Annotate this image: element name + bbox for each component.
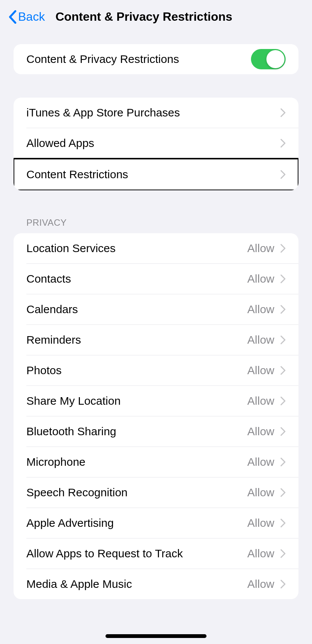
privacy-label: Media & Apple Music (26, 578, 132, 590)
back-label: Back (18, 10, 45, 24)
privacy-label: Microphone (26, 456, 86, 468)
row-right: Allow (247, 517, 286, 529)
privacy-contacts[interactable]: Contacts Allow (14, 264, 298, 294)
back-button[interactable]: Back (8, 10, 45, 24)
page-title: Content & Privacy Restrictions (55, 10, 232, 24)
privacy-media-apple-music[interactable]: Media & Apple Music Allow (14, 569, 298, 599)
privacy-label: Allow Apps to Request to Track (26, 547, 183, 560)
privacy-value: Allow (247, 425, 274, 438)
home-indicator[interactable] (106, 634, 206, 638)
privacy-value: Allow (247, 242, 274, 255)
chevron-right-icon (280, 366, 286, 375)
privacy-label: Share My Location (26, 395, 121, 407)
content-privacy-toggle-row: Content & Privacy Restrictions (14, 44, 298, 74)
row-right: Allow (247, 272, 286, 285)
chevron-right-icon (280, 274, 286, 283)
content-privacy-toggle[interactable] (251, 49, 286, 69)
privacy-label: Calendars (26, 303, 78, 316)
privacy-value: Allow (247, 456, 274, 468)
toggle-section: Content & Privacy Restrictions (14, 44, 298, 74)
chevron-right-icon (280, 519, 286, 528)
chevron-right-icon (280, 139, 286, 148)
privacy-photos[interactable]: Photos Allow (14, 355, 298, 385)
chevron-right-icon (280, 170, 286, 179)
privacy-allow-apps-request-track[interactable]: Allow Apps to Request to Track Allow (14, 538, 298, 569)
toggle-label: Content & Privacy Restrictions (26, 53, 179, 66)
row-right: Allow (247, 242, 286, 255)
nav-label: iTunes & App Store Purchases (26, 106, 180, 119)
privacy-share-my-location[interactable]: Share My Location Allow (14, 386, 298, 416)
nav-label: Content Restrictions (26, 168, 128, 181)
row-right (280, 170, 286, 179)
privacy-label: Reminders (26, 333, 81, 346)
privacy-value: Allow (247, 517, 274, 529)
privacy-reminders[interactable]: Reminders Allow (14, 325, 298, 355)
nav-label: Allowed Apps (26, 137, 94, 150)
chevron-right-icon (280, 427, 286, 436)
privacy-section: Location Services Allow Contacts Allow C… (14, 233, 298, 599)
row-right: Allow (247, 456, 286, 468)
chevron-right-icon (280, 335, 286, 344)
row-right: Allow (247, 486, 286, 499)
row-right: Allow (247, 578, 286, 590)
chevron-right-icon (280, 549, 286, 558)
privacy-value: Allow (247, 303, 274, 316)
navigation-header: Back Content & Privacy Restrictions (0, 0, 312, 36)
privacy-label: Photos (26, 364, 61, 377)
privacy-microphone[interactable]: Microphone Allow (14, 447, 298, 477)
privacy-value: Allow (247, 486, 274, 499)
chevron-right-icon (280, 108, 286, 117)
privacy-label: Contacts (26, 272, 71, 285)
row-right: Allow (247, 364, 286, 377)
nav-itunes-app-store[interactable]: iTunes & App Store Purchases (14, 98, 298, 128)
chevron-left-icon (8, 10, 17, 24)
privacy-label: Bluetooth Sharing (26, 425, 116, 438)
nav-content-restrictions[interactable]: Content Restrictions (14, 159, 298, 190)
nav-section: iTunes & App Store Purchases Allowed App… (14, 98, 298, 190)
row-right (280, 139, 286, 148)
privacy-value: Allow (247, 364, 274, 377)
chevron-right-icon (280, 396, 286, 405)
privacy-value: Allow (247, 395, 274, 407)
privacy-calendars[interactable]: Calendars Allow (14, 294, 298, 324)
chevron-right-icon (280, 244, 286, 253)
privacy-location-services[interactable]: Location Services Allow (14, 233, 298, 263)
row-right: Allow (247, 333, 286, 346)
privacy-value: Allow (247, 547, 274, 560)
privacy-section-header: Privacy (0, 217, 312, 233)
privacy-label: Apple Advertising (26, 517, 114, 529)
chevron-right-icon (280, 580, 286, 589)
privacy-bluetooth-sharing[interactable]: Bluetooth Sharing Allow (14, 416, 298, 447)
privacy-value: Allow (247, 578, 274, 590)
privacy-speech-recognition[interactable]: Speech Recognition Allow (14, 477, 298, 508)
chevron-right-icon (280, 488, 286, 497)
row-right: Allow (247, 303, 286, 316)
privacy-label: Location Services (26, 242, 116, 255)
chevron-right-icon (280, 305, 286, 314)
row-right: Allow (247, 395, 286, 407)
privacy-label: Speech Recognition (26, 486, 128, 499)
row-right: Allow (247, 425, 286, 438)
row-right (280, 108, 286, 117)
chevron-right-icon (280, 457, 286, 467)
toggle-knob (266, 50, 284, 68)
privacy-value: Allow (247, 272, 274, 285)
privacy-apple-advertising[interactable]: Apple Advertising Allow (14, 508, 298, 538)
row-right: Allow (247, 547, 286, 560)
nav-allowed-apps[interactable]: Allowed Apps (14, 128, 298, 158)
privacy-value: Allow (247, 333, 274, 346)
